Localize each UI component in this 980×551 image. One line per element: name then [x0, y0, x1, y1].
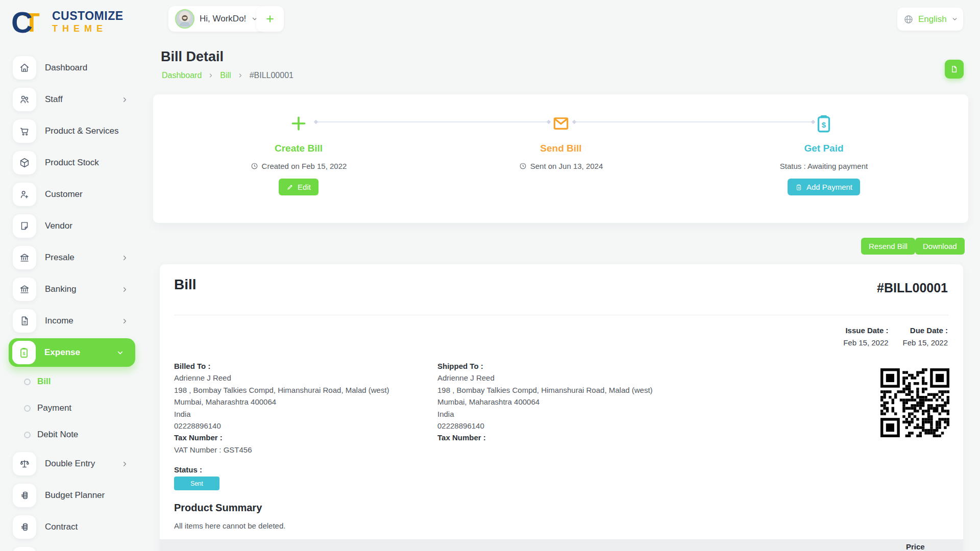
add-button[interactable]	[256, 6, 284, 32]
billed-to-label: Billed To :	[174, 362, 210, 370]
ct-logo-icon: T C	[11, 5, 50, 38]
chevron-right-icon	[121, 317, 129, 325]
sidebar-item-partial[interactable]	[0, 543, 144, 551]
user-plus-icon	[13, 183, 36, 206]
clipboard-dollar-icon: $	[12, 341, 36, 364]
sidebar-item-label: Customer	[45, 189, 83, 199]
brand-logo[interactable]: T C CUSTOMIZE THEME	[11, 5, 124, 38]
billed-to-block: Billed To : Adrienne J Reed 198 , Bombay…	[174, 360, 389, 456]
sidebar-item-vendor[interactable]: Vendor	[0, 210, 144, 242]
svg-text:$: $	[21, 493, 23, 498]
chevron-down-icon	[116, 349, 124, 357]
due-date: Due Date : Feb 15, 2022	[903, 324, 948, 349]
product-summary-title: Product Summary	[174, 502, 262, 514]
ring-icon	[24, 405, 31, 412]
sidebar-item-product-services[interactable]: Product & Services	[0, 115, 144, 147]
document-icon	[950, 65, 959, 73]
bill-number: #BILL00001	[877, 281, 948, 295]
sidebar-item-staff[interactable]: Staff	[0, 84, 144, 115]
page-title: Bill Detail	[161, 49, 224, 65]
sidebar-item-dashboard[interactable]: Dashboard	[0, 52, 144, 84]
sidebar-subitem-label: Payment	[37, 403, 71, 413]
edit-bill-button[interactable]: Edit	[279, 179, 318, 195]
sidebar-subitem-debit-note[interactable]: Debit Note	[0, 421, 144, 448]
sidebar-item-label: Income	[45, 316, 74, 326]
due-date-value: Feb 15, 2022	[903, 338, 948, 347]
cube-icon	[13, 151, 36, 174]
sidebar-subitem-label: Debit Note	[37, 430, 78, 440]
home-icon	[13, 56, 36, 80]
plus-icon	[265, 14, 275, 24]
divider	[174, 315, 949, 315]
sidebar-item-presale[interactable]: Presale	[0, 242, 144, 273]
chevron-down-icon	[951, 16, 958, 22]
sidebar-item-customer[interactable]: Customer	[0, 179, 144, 210]
sidebar-item-contract[interactable]: $ Contract	[0, 511, 144, 543]
resend-bill-button[interactable]: Resend Bill	[861, 238, 915, 255]
add-payment-button[interactable]: $ Add Payment	[788, 179, 860, 195]
issue-date: Issue Date : Feb 15, 2022	[843, 324, 888, 349]
users-icon	[13, 88, 36, 111]
workflow-step-send-bill: Send Bill Sent on Jun 13, 2024	[479, 94, 643, 170]
shipped-to-label: Shipped To :	[437, 362, 483, 370]
bill-dates: Issue Date : Feb 15, 2022 Due Date : Feb…	[843, 324, 948, 349]
language-label: English	[918, 14, 947, 24]
price-column-header: Price	[906, 542, 925, 551]
svg-text:C: C	[11, 6, 33, 38]
chevron-right-icon	[121, 460, 129, 468]
sidebar-subitem-bill[interactable]: Bill	[0, 368, 144, 395]
user-greeting: Hi, WorkDo!	[200, 14, 246, 24]
download-button[interactable]: Download	[915, 238, 965, 255]
file-icon	[13, 309, 36, 333]
step-detail-text: Status : Awaiting payment	[780, 162, 868, 170]
qr-code	[880, 368, 949, 437]
clipboard-dollar-icon: $	[813, 112, 835, 135]
sidebar-subitem-payment[interactable]: Payment	[0, 395, 144, 421]
brand-name-line2: THEME	[52, 23, 124, 34]
sidebar-item-label: Budget Planner	[45, 490, 105, 500]
workflow-step-get-paid: $ Get Paid Status : Awaiting payment $ A…	[742, 94, 905, 195]
export-bill-button[interactable]	[945, 60, 964, 79]
clock-icon	[519, 162, 527, 170]
sidebar-menu: Dashboard Staff Product & Services Produ…	[0, 52, 144, 551]
sidebar: T C CUSTOMIZE THEME Dashboard Staff Pr	[0, 0, 144, 551]
scales-icon	[13, 452, 36, 475]
sidebar-item-expense[interactable]: $ Expense	[9, 338, 135, 367]
sidebar-item-product-stock[interactable]: Product Stock	[0, 147, 144, 179]
globe-icon	[903, 14, 914, 24]
sidebar-item-label: Contract	[45, 522, 78, 532]
bill-workflow-card: Create Bill Created on Feb 15, 2022 Edit…	[153, 94, 968, 223]
user-menu[interactable]: Hi, WorkDo!	[168, 6, 265, 32]
envelope-icon	[551, 112, 571, 135]
sidebar-item-double-entry[interactable]: Double Entry	[0, 448, 144, 480]
svg-text:$: $	[798, 186, 800, 189]
bill-detail-card: Bill #BILL00001 Issue Date : Feb 15, 202…	[160, 264, 963, 551]
sidebar-item-label: Vendor	[45, 221, 72, 231]
status-badge: Sent	[174, 477, 219, 490]
ring-icon	[24, 379, 31, 385]
hidden-icon	[13, 547, 36, 551]
breadcrumb-bill[interactable]: Bill	[220, 71, 231, 80]
plus-icon	[288, 112, 309, 135]
chevron-right-icon	[121, 96, 129, 104]
ring-icon	[24, 432, 31, 438]
sidebar-item-label: Expense	[44, 347, 80, 358]
status-label: Status :	[174, 465, 202, 474]
breadcrumb: Dashboard Bill #BILL00001	[162, 71, 293, 80]
chevron-right-icon	[208, 72, 214, 79]
clipboard-icon: $	[795, 184, 802, 191]
product-table-header: Price	[160, 539, 963, 551]
shipped-to-block: Shipped To : Adrienne J Reed 198 , Bomba…	[437, 360, 653, 444]
sidebar-subitem-label: Bill	[37, 377, 51, 387]
sidebar-item-banking[interactable]: Banking	[0, 273, 144, 305]
breadcrumb-dashboard[interactable]: Dashboard	[162, 71, 202, 80]
sidebar-item-income[interactable]: Income	[0, 305, 144, 337]
sidebar-item-budget-planner[interactable]: $ Budget Planner	[0, 480, 144, 511]
sidebar-item-label: Product Stock	[45, 158, 99, 168]
chevron-right-icon	[121, 254, 129, 262]
chevron-right-icon	[237, 72, 243, 79]
bill-heading: Bill	[174, 277, 197, 293]
language-selector[interactable]: English	[897, 8, 963, 31]
issue-date-value: Feb 15, 2022	[843, 338, 888, 347]
sidebar-item-label: Banking	[45, 284, 76, 294]
